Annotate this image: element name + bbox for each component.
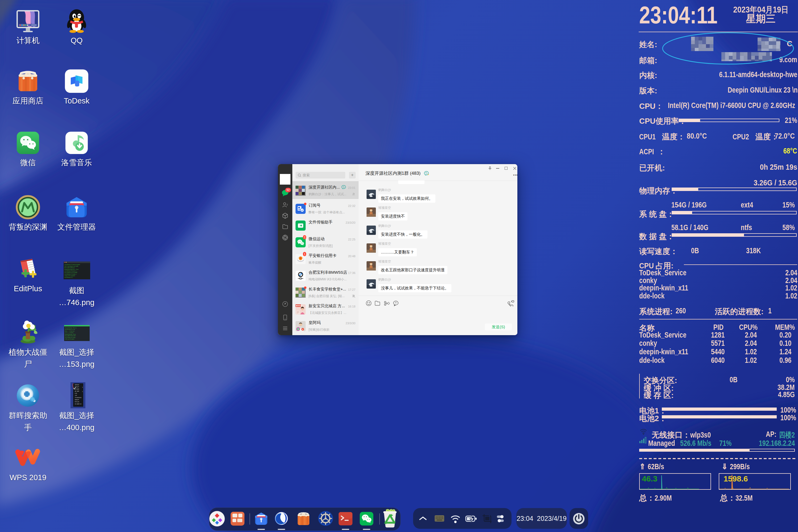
- svg-text:total 96 drwxr-xr-x 18: total 96 drwxr-xr-x 18: [65, 329, 75, 330]
- svg-text:Linux deepin 6.1.11-amd64: Linux deepin 6.1.11-amd64: [64, 272, 77, 273]
- svg-text:全屏: 全屏: [75, 395, 77, 396]
- svg-text:user@deepin:~$ _: user@deepin:~$ _: [64, 277, 73, 278]
- svg-text:新安宝贝: 新安宝贝: [296, 305, 302, 307]
- svg-text:区域: 区域: [75, 393, 77, 394]
- svg-text:Reading package lists... Done: Reading package lists... Done: [64, 269, 79, 270]
- svg-text:Get:1 repo.deepin.com stable: Get:1 repo.deepin.com stable: [64, 265, 78, 267]
- svg-text:帮助文档: 帮助文档: [75, 401, 79, 402]
- svg-text:退出截图工具: 退出截图工具: [75, 403, 81, 404]
- svg-text:user@deepin:~$ conky -v: user@deepin:~$ conky -v: [64, 273, 77, 275]
- svg-text:-rw-r--r-- 1 .bashrc: -rw-r--r-- 1 .bashrc: [65, 332, 73, 333]
- svg-text:deepin@deepin:~$ ls -la: deepin@deepin:~$ ls -la: [65, 327, 77, 328]
- svg-text:截图设置: 截图设置: [75, 399, 79, 400]
- svg-text:1281 root 20 todesk: 1281 root 20 todesk: [65, 338, 74, 340]
- svg-text:conky 1.13.1 compiled: conky 1.13.1 compiled: [64, 275, 75, 277]
- svg-text:MINI: MINI: [300, 278, 301, 279]
- svg-text:延时截图: 延时截图: [75, 388, 79, 390]
- svg-text:drwx------ 4 root root: drwx------ 4 root root: [65, 330, 75, 332]
- svg-text:deepin@deepin:~$ top: deepin@deepin:~$ top: [65, 334, 76, 335]
- svg-text:Hit:2 stable InRelease: Hit:2 stable InRelease: [64, 267, 75, 268]
- svg-text:user@deepin:~$ uname -a: user@deepin:~$ uname -a: [64, 270, 77, 271]
- svg-text:5571 deepin 20 conky: 5571 deepin 20 conky: [65, 337, 75, 338]
- svg-text:PID USER PR NI VIRT: PID USER PR NI VIRT: [65, 335, 76, 337]
- svg-text:user@deepin:~$ sudo apt update: user@deepin:~$ sudo apt update: [64, 264, 80, 265]
- svg-text:¥: ¥: [302, 328, 303, 330]
